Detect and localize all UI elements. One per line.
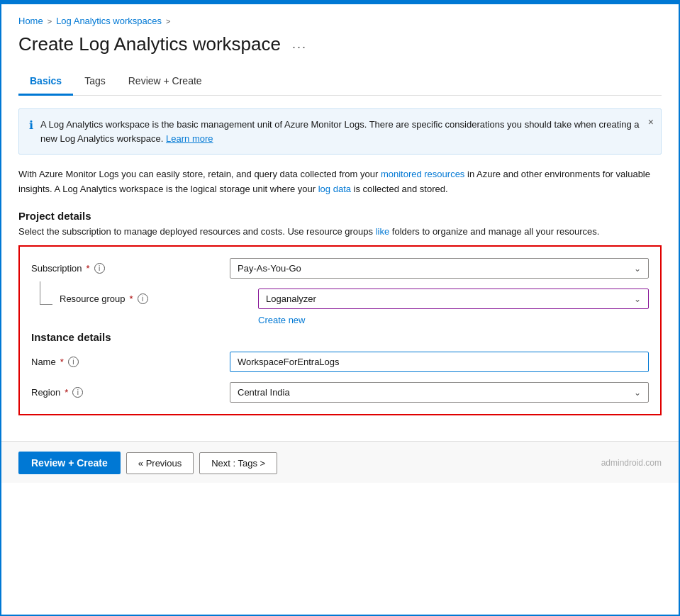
region-value: Central India [238, 387, 290, 398]
subscription-row: Subscription * i Pay-As-You-Go ⌄ [31, 258, 649, 279]
previous-button[interactable]: « Previous [126, 452, 194, 474]
breadcrumb-sep1: > [48, 17, 52, 26]
resource-group-value: Loganalyzer [266, 293, 316, 304]
indent-horiz-line [40, 304, 52, 305]
indent-vert-line [40, 281, 40, 304]
resource-group-fields: Resource group * i Loganalyzer ⌄ Crea [60, 289, 649, 325]
subscription-info-icon[interactable]: i [94, 263, 105, 274]
project-details-title: Project details [18, 210, 662, 222]
project-form-box: Subscription * i Pay-As-You-Go ⌄ [18, 245, 662, 415]
subscription-required: * [87, 263, 90, 274]
subscription-dropdown-container: Pay-As-You-Go ⌄ [230, 258, 649, 279]
resource-group-dropdown[interactable]: Loganalyzer ⌄ [258, 289, 649, 309]
bottom-left-buttons: Review + Create « Previous Next : Tags > [18, 452, 277, 474]
bottom-bar: Review + Create « Previous Next : Tags >… [1, 441, 679, 483]
region-info-icon[interactable]: i [72, 387, 83, 398]
breadcrumb-sep2: > [166, 17, 170, 26]
resource-group-dropdown-container: Loganalyzer ⌄ [258, 289, 649, 309]
tabs: Basics Tags Review + Create [18, 69, 662, 96]
instance-section: Instance details Name * i Region [31, 331, 649, 403]
resource-group-row: Resource group * i Loganalyzer ⌄ [60, 289, 649, 309]
name-input[interactable] [230, 352, 649, 372]
info-icon: ℹ [29, 118, 33, 132]
highlight-monitored: monitored resources [381, 169, 465, 179]
resource-group-info-icon[interactable]: i [138, 293, 148, 304]
breadcrumb-home[interactable]: Home [18, 16, 43, 26]
tab-review-create[interactable]: Review + Create [117, 69, 213, 96]
page-title: Create Log Analytics workspace [18, 33, 281, 55]
region-label: Region * i [31, 387, 230, 398]
info-banner: ℹ A Log Analytics workspace is the basic… [18, 108, 662, 155]
name-label: Name * i [31, 357, 230, 367]
page-title-row: Create Log Analytics workspace ... [18, 33, 662, 55]
resource-group-chevron-icon: ⌄ [634, 294, 641, 304]
main-content: Home > Log Analytics workspaces > Create… [1, 4, 679, 441]
resource-group-container: Resource group * i Loganalyzer ⌄ Crea [31, 289, 649, 325]
tab-tags[interactable]: Tags [73, 69, 117, 96]
subscription-chevron-icon: ⌄ [634, 264, 641, 274]
highlight-logdata: log data [318, 184, 351, 194]
region-dropdown[interactable]: Central India ⌄ [230, 382, 649, 403]
breadcrumb-log-analytics[interactable]: Log Analytics workspaces [56, 16, 162, 26]
resource-group-required: * [130, 293, 133, 304]
name-required: * [60, 357, 64, 367]
name-input-container [230, 352, 649, 372]
highlight-like: like [376, 226, 390, 237]
resource-group-label: Resource group * i [60, 293, 258, 304]
info-text: A Log Analytics workspace is the basic m… [40, 118, 651, 145]
region-chevron-icon: ⌄ [634, 388, 641, 398]
page-container: Home > Log Analytics workspaces > Create… [0, 0, 680, 616]
name-info-icon[interactable]: i [68, 357, 79, 367]
breadcrumb: Home > Log Analytics workspaces > [18, 16, 662, 26]
next-button[interactable]: Next : Tags > [199, 452, 277, 474]
instance-details-title: Instance details [31, 331, 649, 343]
region-required: * [65, 387, 68, 398]
learn-more-link[interactable]: Learn more [166, 133, 213, 144]
subscription-dropdown[interactable]: Pay-As-You-Go ⌄ [230, 258, 649, 279]
close-banner-button[interactable]: × [648, 116, 654, 128]
region-dropdown-container: Central India ⌄ [230, 382, 649, 403]
subscription-value: Pay-As-You-Go [238, 263, 301, 274]
region-row: Region * i Central India ⌄ [31, 382, 649, 403]
watermark: admindroid.com [601, 458, 662, 468]
project-details-subtitle: Select the subscription to manage deploy… [18, 225, 662, 239]
tab-basics[interactable]: Basics [18, 69, 73, 96]
ellipsis-button[interactable]: ... [288, 35, 311, 53]
create-new-link[interactable]: Create new [258, 315, 305, 325]
description-text: With Azure Monitor Logs you can easily s… [18, 167, 662, 197]
name-row: Name * i [31, 352, 649, 372]
create-new-container: Create new [60, 312, 649, 325]
subscription-label: Subscription * i [31, 263, 230, 274]
review-create-button[interactable]: Review + Create [18, 452, 121, 474]
